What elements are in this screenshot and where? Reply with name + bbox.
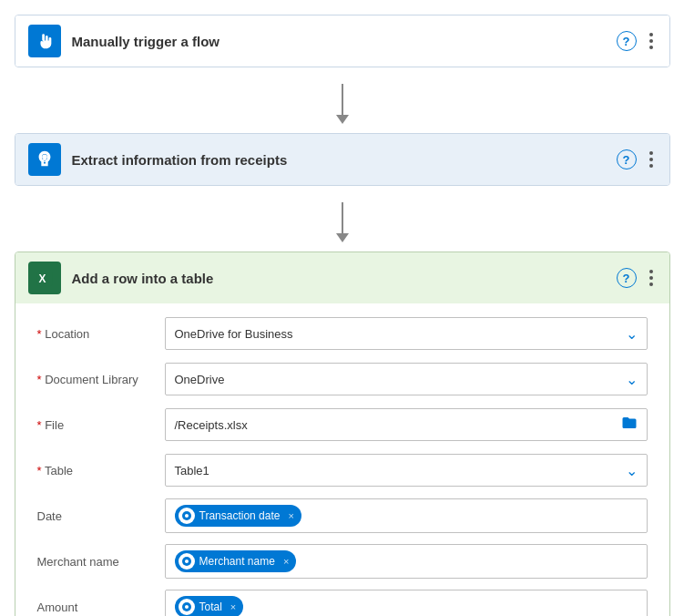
doc-library-label: Document Library [37,373,165,386]
table-chevron-icon: ⌄ [626,462,638,479]
merchant-name-token-chip: Merchant name × [175,550,297,572]
merchant-token-close-icon[interactable]: × [283,556,289,567]
doc-library-input[interactable]: OneDrive ⌄ [165,363,648,395]
field-row-table: Table Table1 ⌄ [37,453,648,488]
amount-label: Amount [37,601,165,614]
doc-library-chevron-icon: ⌄ [626,371,638,388]
flow-container: Manually trigger a flow ? Extract inform… [0,0,684,616]
ai-icon [35,149,55,169]
table-input[interactable]: Table1 ⌄ [165,454,648,487]
table-value: Table1 [175,464,209,477]
extract-icon-box [28,143,61,176]
step-add-row: X Add a row into a table ? Location OneD… [15,252,670,616]
field-row-file: File /Receipts.xlsx [37,407,648,442]
field-row-amount: Amount Total × [37,590,648,616]
date-token-chip: Transaction date × [175,505,301,527]
hand-icon [35,31,55,51]
merchant-token-icon [179,553,195,570]
file-label: File [37,418,165,432]
location-value: OneDrive for Business [175,327,293,341]
file-folder-icon [621,415,638,435]
addrow-icon-box: X [28,262,61,294]
manual-trigger-help-icon[interactable]: ? [617,31,637,51]
svg-text:X: X [38,272,46,285]
date-token-close-icon[interactable]: × [288,510,293,521]
addrow-body: Location OneDrive for Business ⌄ Documen… [15,303,669,616]
svg-point-0 [42,155,47,160]
step-extract-header: Extract information from receipts ? [15,134,669,185]
extract-help-icon[interactable]: ? [617,149,637,169]
arrow-connector-1 [342,84,343,117]
file-value: /Receipts.xlsx [175,418,248,432]
step-addrow-header: X Add a row into a table ? [15,252,669,303]
date-label: Date [37,509,165,523]
merchant-name-token-text: Merchant name [199,555,275,568]
field-row-merchant-name: Merchant name Merchant name × [37,544,648,579]
step-manual-trigger-header: Manually trigger a flow ? [15,15,669,67]
manual-trigger-title: Manually trigger a flow [72,34,617,49]
addrow-title: Add a row into a table [72,271,617,286]
step-manual-trigger: Manually trigger a flow ? [15,15,670,67]
amount-token-close-icon[interactable]: × [230,601,236,612]
field-row-document-library: Document Library OneDrive ⌄ [37,362,648,396]
doc-library-value: OneDrive [175,373,225,386]
manual-trigger-icon-box [28,25,61,57]
addrow-actions: ? [617,266,657,290]
extract-more-icon[interactable] [646,148,657,171]
location-input[interactable]: OneDrive for Business ⌄ [165,317,648,350]
merchant-name-label: Merchant name [37,555,165,569]
date-input[interactable]: Transaction date × [165,498,648,533]
file-input[interactable]: /Receipts.xlsx [165,408,648,441]
excel-icon: X [35,268,55,288]
location-chevron-icon: ⌄ [626,325,638,343]
date-token-text: Transaction date [199,509,281,522]
arrow-connector-2 [342,202,343,235]
date-token-icon [179,508,195,524]
extract-actions: ? [617,148,657,171]
amount-token-chip: Total × [175,596,244,616]
amount-input[interactable]: Total × [165,590,648,616]
amount-token-text: Total [199,601,222,613]
location-label: Location [37,327,165,341]
addrow-more-icon[interactable] [646,266,657,290]
addrow-help-icon[interactable]: ? [617,268,637,288]
amount-token-icon [179,599,195,615]
field-row-location: Location OneDrive for Business ⌄ [37,316,648,351]
manual-trigger-more-icon[interactable] [646,29,657,53]
field-row-date: Date Transaction date × [37,498,648,533]
extract-title: Extract information from receipts [72,152,617,168]
table-label: Table [37,464,165,477]
step-extract-receipts: Extract information from receipts ? [15,133,670,186]
manual-trigger-actions: ? [617,29,657,53]
merchant-name-input[interactable]: Merchant name × [165,544,648,579]
